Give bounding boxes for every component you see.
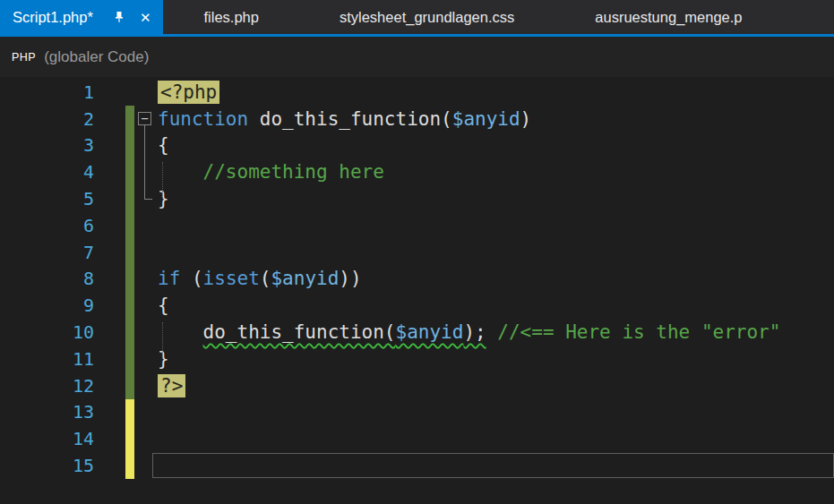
code-line-5[interactable]: 5}	[0, 185, 834, 212]
token-plain: }	[158, 348, 169, 370]
code-line-15[interactable]: 15	[0, 452, 834, 479]
code-line-12[interactable]: 12?>	[0, 372, 834, 399]
pushpin-icon[interactable]	[113, 11, 125, 23]
token-keyword: isset	[203, 268, 260, 289]
code-line-11[interactable]: 11}	[0, 346, 834, 372]
fold-margin	[134, 239, 158, 266]
token-variable: $anyid	[271, 268, 339, 289]
line-number: 14	[0, 428, 94, 449]
code-editor[interactable]: 1<?php2−function do_this_function($anyid…	[0, 77, 834, 504]
line-number: 1	[0, 81, 94, 103]
line-number: 2	[0, 108, 94, 130]
code-line-3[interactable]: 3{	[0, 132, 834, 159]
fold-margin	[134, 372, 158, 399]
warning-squiggle-text: );	[463, 321, 486, 343]
tab-label: stylesheet_grundlagen.css	[340, 9, 514, 26]
code-line-6[interactable]: 6	[0, 212, 834, 239]
change-tracking-indicator	[125, 158, 134, 185]
line-number: 8	[0, 268, 94, 289]
indent-guide-line	[162, 162, 163, 198]
code-text[interactable]: do_this_function($anyid); //<== Here is …	[158, 321, 780, 343]
line-number: 4	[0, 161, 94, 183]
fold-margin: −	[134, 106, 158, 132]
code-text[interactable]: if (isset($anyid))	[158, 268, 362, 289]
fold-margin	[134, 346, 158, 372]
close-icon[interactable]: ✕	[140, 11, 151, 24]
code-line-10[interactable]: 10 do_this_function($anyid); //<== Here …	[0, 319, 834, 346]
tab-ausruestung-menge-p[interactable]: ausruestung_menge.p	[555, 0, 782, 34]
code-line-4[interactable]: 4 //something here	[0, 158, 834, 185]
collapse-toggle-icon[interactable]: −	[138, 112, 151, 125]
change-tracking-indicator	[125, 239, 134, 266]
fold-margin	[134, 212, 158, 239]
line-number: 9	[0, 295, 94, 316]
line-number: 15	[0, 455, 94, 476]
token-plain: ))	[339, 268, 361, 289]
tab-label: Script1.php*	[13, 9, 93, 26]
change-tracking-indicator	[125, 185, 134, 212]
tab-files-php[interactable]: files.php	[163, 0, 298, 34]
code-lines: 1<?php2−function do_this_function($anyid…	[0, 79, 834, 479]
tab-stylesheet-grundlagen-css[interactable]: stylesheet_grundlagen.css	[299, 0, 555, 34]
code-text[interactable]: function do_this_function($anyid)	[158, 108, 531, 130]
warning-squiggle-text: $anyid	[396, 321, 464, 343]
change-tracking-indicator	[125, 399, 134, 426]
code-line-9[interactable]: 9{	[0, 292, 834, 319]
tab-script1-php[interactable]: Script1.php*✕	[0, 0, 163, 34]
fold-margin	[134, 132, 158, 159]
token-keyword: if	[158, 268, 180, 289]
fold-outline-tick	[144, 199, 152, 200]
token-variable: $anyid	[452, 108, 520, 130]
warning-squiggle-text: do_this_function(	[203, 321, 396, 343]
code-text[interactable]: //something here	[158, 161, 384, 183]
token-plain	[158, 321, 203, 343]
code-line-14[interactable]: 14	[0, 425, 834, 452]
scope-dropdown[interactable]: (globaler Code)	[44, 48, 149, 66]
change-tracking-indicator	[125, 79, 134, 106]
indent-guide-line	[162, 322, 163, 358]
token-plain	[486, 321, 498, 343]
tab-label: files.php	[203, 9, 258, 26]
change-tracking-indicator	[125, 346, 134, 372]
line-number: 6	[0, 215, 94, 236]
code-line-2[interactable]: 2−function do_this_function($anyid)	[0, 106, 834, 132]
line-number: 10	[0, 321, 94, 343]
code-line-8[interactable]: 8if (isset($anyid))	[0, 266, 834, 293]
token-plain	[158, 161, 203, 183]
code-line-1[interactable]: 1<?php	[0, 79, 834, 106]
code-text[interactable]: }	[158, 348, 169, 370]
fold-margin	[134, 319, 158, 346]
change-tracking-indicator	[125, 372, 134, 399]
code-text[interactable]: {	[158, 134, 169, 156]
token-plain: (	[180, 268, 202, 289]
change-tracking-indicator	[125, 292, 134, 319]
language-badge: PHP	[12, 51, 36, 64]
fold-margin	[134, 158, 158, 185]
code-line-13[interactable]: 13	[0, 399, 834, 426]
code-line-7[interactable]: 7	[0, 239, 834, 266]
change-tracking-indicator	[125, 452, 134, 479]
line-number: 12	[0, 375, 94, 397]
fold-margin	[134, 292, 158, 319]
fold-margin	[134, 266, 158, 293]
line-number: 11	[0, 348, 94, 370]
line-number: 5	[0, 188, 94, 209]
token-plain: )	[520, 108, 532, 130]
change-tracking-indicator	[125, 212, 134, 239]
token-plain: do_this_function(	[248, 108, 452, 130]
line-number: 7	[0, 242, 94, 263]
code-text[interactable]: <?php	[158, 81, 219, 103]
token-comment: //<== Here is the "error"	[497, 321, 780, 343]
change-tracking-indicator	[125, 132, 134, 159]
code-text[interactable]: }	[158, 188, 169, 209]
token-php-tag: ?>	[158, 374, 185, 397]
token-plain: {	[158, 295, 169, 316]
fold-margin	[134, 425, 158, 452]
token-comment: //something here	[203, 161, 384, 183]
change-tracking-indicator	[125, 106, 134, 132]
change-tracking-indicator	[125, 319, 134, 346]
code-text[interactable]: {	[158, 295, 169, 316]
ide-window: Script1.php*✕files.phpstylesheet_grundla…	[0, 0, 834, 504]
code-text[interactable]: ?>	[158, 375, 185, 397]
token-plain: {	[158, 134, 169, 156]
